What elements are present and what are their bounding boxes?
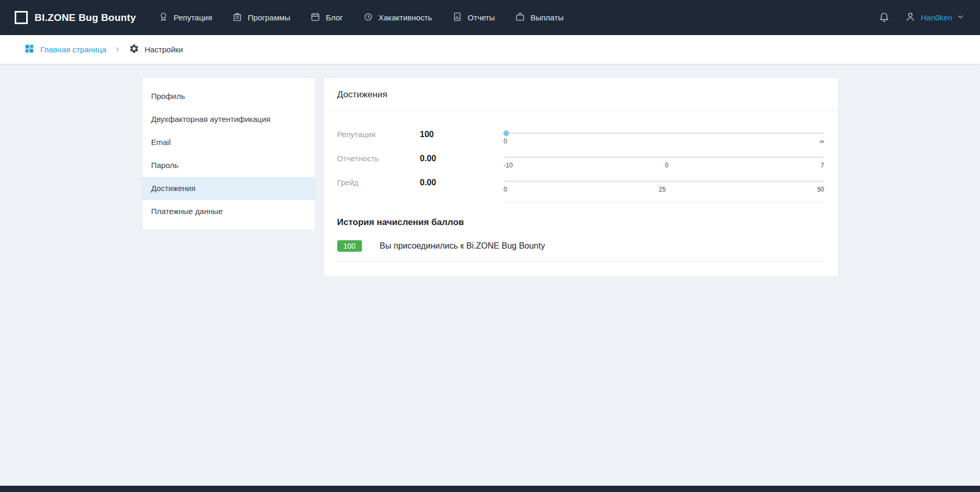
nav-label: Блог	[326, 13, 343, 22]
scale-mid: 25	[658, 186, 665, 193]
reputation-icon	[158, 12, 169, 24]
sidebar-item-email[interactable]: Email	[142, 131, 315, 154]
scale-min: 0	[504, 186, 508, 193]
nav-item-reputation[interactable]: Репутация	[158, 0, 212, 35]
nav-right-area: Han0ken	[878, 11, 964, 25]
sidebar-item-achievements[interactable]: Достижения	[142, 177, 315, 200]
metric-row-reporting: Отчетность 0.00 -10 0 7	[337, 154, 824, 169]
settings-sidebar: Профиль Двухфакторная аутентификация Ema…	[142, 77, 316, 230]
nav-label: Программы	[248, 13, 290, 22]
bell-icon	[878, 11, 890, 25]
metric-value: 0.00	[420, 178, 504, 193]
payouts-icon	[515, 12, 525, 24]
chevron-right-icon	[115, 47, 120, 52]
top-navbar: BI.ZONE Bug Bounty Репутация Программы Б…	[0, 0, 980, 35]
metric-label: Репутация	[337, 130, 420, 145]
reputation-scale-slider: 0 ∞	[504, 130, 824, 145]
scale-min: 0	[504, 138, 508, 145]
slider-knob	[503, 130, 509, 136]
gear-icon	[129, 43, 139, 55]
nav-item-reports[interactable]: Отчеты	[452, 0, 495, 35]
brand-title: BI.ZONE Bug Bounty	[35, 12, 136, 24]
slider-track	[504, 132, 824, 134]
metric-row-grade: Грейд 0.00 0 25 50	[337, 178, 824, 193]
nav-label: Репутация	[174, 13, 212, 22]
user-icon	[905, 11, 916, 25]
breadcrumb-home-label: Главная страница	[40, 45, 106, 54]
slider-scale: 0 ∞	[504, 138, 824, 145]
breadcrumb: Главная страница Настройки	[0, 35, 980, 64]
page-footer-strip	[0, 486, 980, 492]
nav-label: Отчеты	[468, 13, 495, 22]
slider-track	[504, 156, 824, 158]
history-section-title: История начисления баллов	[324, 203, 838, 236]
history-row: 100 Вы присоединились к Bi.ZONE Bug Boun…	[337, 236, 824, 262]
sidebar-item-two-factor[interactable]: Двухфакторная аутентификация	[142, 108, 315, 131]
metric-row-reputation: Репутация 100 0 ∞	[337, 130, 824, 145]
nav-item-payouts[interactable]: Выплаты	[515, 0, 564, 35]
scale-max: 7	[821, 162, 824, 169]
blog-icon	[310, 12, 321, 24]
nav-item-hackactivity[interactable]: Хакактивность	[363, 0, 432, 35]
slider-scale: 0 25 50	[504, 186, 824, 193]
grade-scale-slider: 0 25 50	[504, 178, 824, 193]
bizone-logo-icon	[15, 11, 28, 24]
nav-label: Выплаты	[531, 13, 564, 22]
brand-logo[interactable]: BI.ZONE Bug Bounty	[15, 11, 136, 24]
scale-mid: 0	[665, 162, 668, 169]
sidebar-item-profile[interactable]: Профиль	[142, 85, 315, 108]
notifications-button[interactable]	[878, 11, 890, 25]
dashboard-grid-icon	[24, 43, 35, 55]
reporting-scale-slider: -10 0 7	[504, 154, 824, 169]
scale-max: ∞	[820, 138, 824, 145]
scale-max: 50	[817, 186, 824, 193]
sidebar-item-password[interactable]: Пароль	[142, 154, 315, 177]
breadcrumb-home-link[interactable]: Главная страница	[24, 43, 106, 55]
metrics-section: Репутация 100 0 ∞ Отчетность 0.00	[324, 111, 838, 203]
breadcrumb-current-label: Настройки	[145, 45, 183, 54]
history-event-text: Вы присоединились к Bi.ZONE Bug Bounty	[380, 241, 545, 251]
achievements-card: Достижения Репутация 100 0 ∞ Отчетн	[323, 77, 839, 277]
card-title: Достижения	[324, 78, 838, 111]
scale-min: -10	[504, 162, 513, 169]
chevron-down-icon	[957, 13, 964, 23]
programs-icon	[232, 12, 243, 24]
user-menu[interactable]: Han0ken	[905, 11, 964, 25]
main-content: Профиль Двухфакторная аутентификация Ema…	[142, 77, 839, 277]
slider-scale: -10 0 7	[504, 162, 824, 169]
nav-item-blog[interactable]: Блог	[310, 0, 343, 35]
nav-item-programs[interactable]: Программы	[232, 0, 290, 35]
slider-track	[504, 181, 824, 182]
metric-value: 0.00	[420, 154, 504, 169]
points-badge: 100	[337, 240, 362, 252]
main-nav: Репутация Программы Блог Хакактивность О…	[158, 0, 564, 35]
reports-icon	[452, 12, 463, 24]
breadcrumb-current: Настройки	[129, 43, 183, 55]
metric-label: Отчетность	[337, 154, 420, 169]
sidebar-item-payment-details[interactable]: Платежные данные	[142, 200, 315, 223]
metric-value: 100	[420, 130, 504, 145]
metric-label: Грейд	[337, 178, 420, 193]
username-label: Han0ken	[921, 13, 952, 22]
hackactivity-icon	[363, 12, 373, 24]
nav-label: Хакактивность	[379, 13, 432, 22]
